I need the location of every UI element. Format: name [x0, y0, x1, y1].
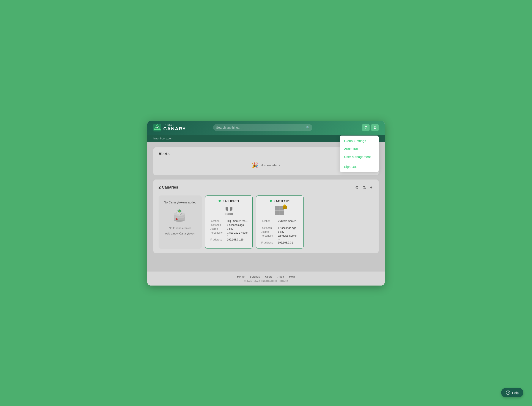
header-actions: ? ⚙ Global Settings Audit Trail User Man… [362, 124, 379, 131]
domain-label: inyoni-corp.com [153, 137, 173, 140]
svg-rect-14 [275, 206, 280, 210]
seen-val-1: 17 seconds ago [278, 226, 296, 230]
seen-val-0: 6 seconds ago [227, 224, 244, 226]
footer-copyright: © 2015 – 2023, Thinkst Applied Research [151, 280, 381, 282]
personality-label: Personality [210, 231, 225, 234]
party-icon: 🎉 [252, 162, 258, 168]
token-card: No Canarytokens added [158, 196, 202, 249]
device-image-1 [261, 206, 299, 217]
no-alerts-text: No new alerts [260, 163, 280, 167]
svg-rect-21 [284, 206, 285, 207]
settings-dropdown: Global Settings Audit Trail User Managem… [340, 136, 379, 172]
ip-label-1: IP address [261, 241, 276, 244]
canaries-filter-button[interactable]: ⚗ [362, 184, 367, 191]
loc-label-1: Location [261, 220, 276, 223]
user-management-item[interactable]: User Management [340, 153, 379, 161]
device-card-1: ZACTFS01 [256, 196, 304, 249]
search-icon: 🔍 [306, 126, 310, 129]
cisco-label: CISCO [225, 213, 233, 215]
uptime-val-0: 1 day [227, 227, 233, 230]
logo: THINKST CANARY [153, 124, 186, 132]
canaries-actions: ⚙ ⚗ + [354, 184, 374, 191]
dropdown-divider [340, 162, 379, 162]
ip-val-0: 192.168.0.119 [227, 238, 244, 241]
device-card-0: ZAJHBR01 [205, 196, 253, 249]
help-button[interactable]: ? Help [501, 388, 523, 397]
canaries-add-button[interactable]: + [369, 184, 374, 191]
help-icon-button[interactable]: ? [362, 124, 370, 131]
footer-users[interactable]: Users [265, 275, 272, 278]
logo-subtitle: THINKST [163, 124, 186, 126]
uptime-val-1: 1 day [278, 230, 284, 233]
loc-val-0: HQ - ServerRoo... [227, 220, 248, 223]
device-info-1: Location VMware Server - ... Last seen 1… [261, 220, 299, 244]
loc-val-1: VMware Server - ... [278, 220, 299, 226]
seen-label: Last seen [210, 224, 225, 226]
logo-icon [153, 124, 161, 131]
device-header-0: ZAJHBR01 [210, 199, 248, 203]
personality-label-1: Personality [261, 234, 276, 237]
device-name-0: ZAJHBR01 [222, 199, 239, 203]
device-info-0: Location HQ - ServerRoo... Last seen 6 s… [210, 220, 248, 241]
search-input[interactable] [213, 124, 312, 131]
canaries-grid: No Canarytokens added [158, 196, 374, 249]
add-token-link[interactable]: Add a new Canarytoken [165, 232, 195, 235]
uptime-label: Uptime [210, 227, 225, 230]
footer-home[interactable]: Home [237, 275, 245, 278]
device-image-0: CISCO [210, 206, 248, 217]
audit-trail-item[interactable]: Audit Trail [340, 145, 379, 153]
logo-title: CANARY [163, 126, 186, 131]
personality-val-0: Cisco 1921 Router [227, 231, 248, 237]
seen-label-1: Last seen [261, 226, 276, 230]
help-button-label: Help [512, 391, 519, 395]
no-tokens-title: No Canarytokens added [163, 201, 197, 204]
svg-point-11 [179, 210, 179, 211]
svg-point-13 [176, 218, 178, 220]
page-footer: Home Settings Users Audit Help © 2015 – … [147, 272, 385, 286]
ip-val-1: 192.168.0.31 [278, 241, 293, 244]
footer-settings[interactable]: Settings [250, 275, 260, 278]
canaries-header: 2 Canaries ⚙ ⚗ + [158, 184, 374, 191]
global-settings-item[interactable]: Global Settings [340, 137, 379, 145]
footer-help[interactable]: Help [289, 275, 295, 278]
svg-point-3 [157, 127, 158, 128]
token-icon [172, 207, 189, 224]
svg-point-10 [178, 210, 181, 212]
svg-rect-20 [284, 204, 285, 206]
status-dot-0 [218, 200, 221, 202]
device-header-1: ZACTFS01 [261, 199, 299, 203]
uptime-label-1: Uptime [261, 230, 276, 233]
svg-rect-17 [280, 211, 284, 215]
device-name-1: ZACTFS01 [274, 199, 290, 203]
footer-audit[interactable]: Audit [278, 275, 284, 278]
help-circle-icon: ? [506, 391, 510, 395]
no-tokens-text: No tokens created [163, 226, 197, 230]
canaries-settings-button[interactable]: ⚙ [354, 184, 360, 191]
loc-label: Location [210, 220, 225, 223]
app-header: THINKST CANARY 🔍 ? ⚙ Global Settings Aud… [147, 121, 385, 135]
status-dot-1 [270, 200, 272, 202]
canaries-section: 2 Canaries ⚙ ⚗ + No Canarytokens added [153, 180, 379, 253]
gear-icon-button[interactable]: ⚙ [371, 124, 379, 131]
sign-out-item[interactable]: Sign Out [340, 163, 379, 171]
footer-links: Home Settings Users Audit Help [151, 275, 381, 278]
canaries-title: 2 Canaries [158, 185, 354, 190]
svg-rect-16 [275, 211, 280, 215]
search-container: 🔍 [213, 124, 312, 131]
personality-val-1: Windows Server ... [278, 234, 299, 240]
ip-label: IP address [210, 238, 225, 241]
